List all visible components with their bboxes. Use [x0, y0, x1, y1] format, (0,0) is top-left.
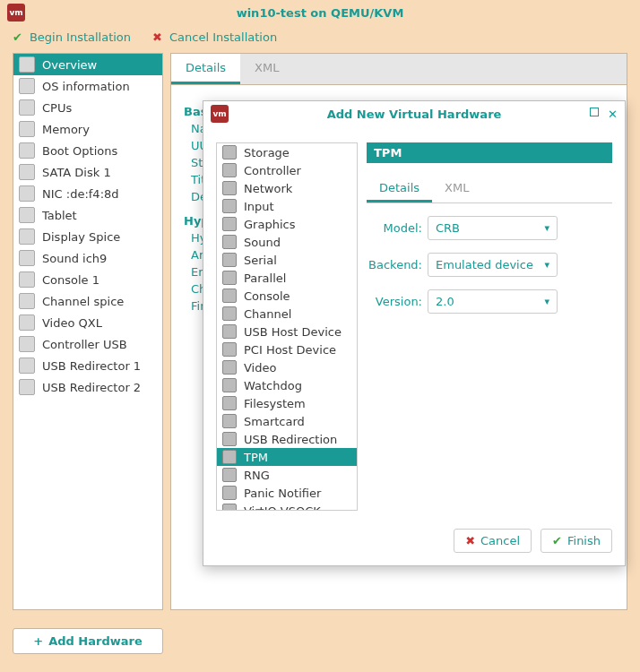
sidebar-item-sound-ich9[interactable]: Sound ich9 [13, 247, 162, 269]
hw-type-graphics[interactable]: Graphics [217, 215, 357, 233]
hw-type-watchdog[interactable]: Watchdog [217, 376, 357, 394]
tab-xml[interactable]: XML [240, 54, 293, 84]
sidebar-item-label: USB Redirector 2 [42, 381, 141, 394]
sidebar-item-label: OS information [42, 80, 130, 93]
cancel-installation-label: Cancel Installation [169, 30, 277, 44]
sidebar-item-nic-de-f4-8d[interactable]: NIC :de:f4:8d [13, 183, 162, 204]
sidebar-item-usb-redirector-1[interactable]: USB Redirector 1 [13, 355, 162, 376]
sidebar-item-tablet[interactable]: Tablet [13, 204, 162, 226]
hw-type-network[interactable]: Network [217, 179, 357, 197]
dialog-tab-xml[interactable]: XML [432, 176, 481, 202]
hw-type-input[interactable]: Input [217, 197, 357, 215]
model-value: CRB [436, 221, 460, 235]
hw-type-rng[interactable]: RNG [217, 466, 357, 484]
dialog-tab-details[interactable]: Details [367, 176, 432, 202]
sidebar-item-label: Boot Options [42, 144, 117, 158]
hw-type-storage[interactable]: Storage [217, 143, 357, 161]
sidebar-item-usb-redirector-2[interactable]: USB Redirector 2 [13, 376, 162, 398]
backend-combo[interactable]: Emulated device [428, 253, 558, 277]
begin-installation-button[interactable]: ✔ Begin Installation [13, 30, 131, 44]
hw-type-tpm[interactable]: TPM [217, 448, 357, 466]
hw-type-panic-notifier[interactable]: Panic Notifier [217, 484, 357, 502]
hw-type-label: RNG [244, 469, 270, 482]
hardware-type-list[interactable]: StorageControllerNetworkInputGraphicsSou… [216, 142, 358, 511]
hw-type-label: Filesystem [244, 397, 306, 410]
hw-type-label: USB Redirection [244, 433, 337, 446]
hw-type-label: Input [244, 200, 274, 213]
rng-icon [222, 468, 237, 482]
sidebar-item-cpus[interactable]: CPUs [13, 97, 162, 118]
close-icon[interactable]: ✕ [608, 108, 618, 121]
hw-type-controller[interactable]: Controller [217, 161, 357, 179]
hw-type-label: Storage [244, 146, 290, 159]
hw-type-label: Controller [244, 164, 301, 177]
sidebar-item-console-1[interactable]: Console 1 [13, 269, 162, 290]
sidebar-item-display-spice[interactable]: Display Spice [13, 226, 162, 247]
hw-type-console[interactable]: Console [217, 287, 357, 305]
tablet-icon [19, 207, 35, 223]
hw-type-label: USB Host Device [244, 325, 342, 339]
hw-type-filesystem[interactable]: Filesystem [217, 394, 357, 412]
sidebar-item-boot-options[interactable]: Boot Options [13, 140, 162, 161]
hw-type-serial[interactable]: Serial [217, 251, 357, 269]
hw-type-pci-host-device[interactable]: PCI Host Device [217, 340, 357, 358]
input-icon [222, 199, 237, 213]
os-icon [19, 78, 35, 94]
hw-type-label: Video [244, 361, 276, 375]
hw-type-label: Smartcard [244, 415, 305, 428]
cancel-installation-button[interactable]: ✖ Cancel Installation [152, 30, 277, 44]
dialog-finish-label: Finish [567, 534, 601, 547]
hw-type-usb-redirection[interactable]: USB Redirection [217, 430, 357, 448]
dialog-finish-button[interactable]: ✔ Finish [541, 529, 612, 553]
tab-details[interactable]: Details [171, 54, 240, 84]
sidebar-item-label: Sound ich9 [42, 252, 107, 265]
cpu-icon [19, 99, 35, 116]
sidebar-item-label: Console 1 [42, 273, 99, 287]
sound-icon [19, 250, 35, 266]
watchdog-icon [222, 378, 237, 392]
check-icon: ✔ [552, 534, 562, 547]
hw-type-video[interactable]: Video [217, 358, 357, 376]
content-tabs: Details XML [171, 54, 627, 85]
dialog-cancel-button[interactable]: ✖ Cancel [454, 529, 532, 553]
tpm-icon [222, 450, 237, 464]
sidebar-item-memory[interactable]: Memory [13, 118, 162, 140]
sidebar-item-controller-usb[interactable]: Controller USB [13, 333, 162, 355]
sidebar-item-video-qxl[interactable]: Video QXL [13, 312, 162, 333]
usb-redirection-icon [222, 432, 237, 446]
maximize-icon[interactable] [590, 108, 599, 116]
hw-type-label: Network [244, 182, 292, 195]
backend-label: Backend: [367, 258, 422, 271]
panel-heading: TPM [367, 142, 612, 163]
graphics-icon [222, 217, 237, 231]
hw-type-smartcard[interactable]: Smartcard [217, 412, 357, 430]
hw-type-label: Channel [244, 307, 291, 321]
version-combo[interactable]: 2.0 [428, 289, 558, 314]
hw-type-label: Console [244, 289, 290, 303]
network-icon [222, 181, 237, 195]
sidebar-item-label: Display Spice [42, 230, 120, 244]
model-combo[interactable]: CRB [428, 216, 558, 240]
hw-type-parallel[interactable]: Parallel [217, 269, 357, 287]
sidebar-item-label: Tablet [42, 209, 77, 222]
hw-type-channel[interactable]: Channel [217, 305, 357, 323]
disk-icon [19, 164, 35, 180]
hw-type-virtio-vsock[interactable]: VirtIO VSOCK [217, 502, 357, 511]
sidebar-item-os-information[interactable]: OS information [13, 75, 162, 97]
sidebar-item-overview[interactable]: Overview [13, 54, 162, 75]
add-hardware-button[interactable]: + Add Hardware [13, 628, 163, 654]
hardware-sidebar: OverviewOS informationCPUsMemoryBoot Opt… [13, 53, 163, 610]
hw-type-sound[interactable]: Sound [217, 233, 357, 251]
boot-icon [19, 142, 35, 159]
add-hardware-dialog: vm Add New Virtual Hardware ✕ StorageCon… [203, 100, 626, 566]
video-icon [222, 360, 237, 375]
sidebar-item-channel-spice[interactable]: Channel spice [13, 290, 162, 312]
hw-type-label: PCI Host Device [244, 343, 336, 357]
video-icon [19, 314, 35, 331]
panic-notifier-icon [222, 486, 237, 500]
sidebar-item-sata-disk-1[interactable]: SATA Disk 1 [13, 161, 162, 183]
smartcard-icon [222, 414, 237, 428]
console-icon [222, 289, 237, 303]
hw-type-usb-host-device[interactable]: USB Host Device [217, 323, 357, 340]
memory-icon [19, 121, 35, 137]
